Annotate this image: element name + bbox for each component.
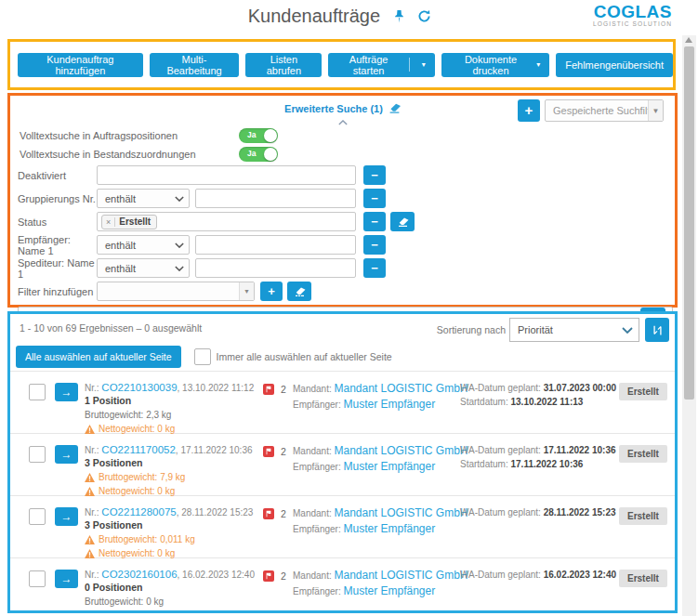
status-badge: Erstellt: [619, 383, 667, 400]
remove-filter-button[interactable]: −: [363, 189, 386, 208]
order-row: → Nr.: CO2211280075, 28.11.2022 15:23 3 …: [10, 496, 675, 558]
priority-icon: [263, 384, 274, 395]
warning-icon: [85, 425, 95, 434]
add-filter-select[interactable]: ▼: [97, 282, 255, 301]
empfaenger-label: Empfänger:: [293, 462, 341, 472]
print-documents-button[interactable]: Dokumente drucken▾: [441, 53, 549, 77]
gruppierung-input[interactable]: [195, 189, 356, 208]
order-number-link[interactable]: CO2211280075: [101, 506, 176, 518]
startdatum-label: Startdatum:: [460, 459, 508, 469]
logo-text: COGLAS: [593, 3, 672, 20]
mandant-link[interactable]: Mandant LOGISTIC GmbH: [334, 506, 468, 519]
row-checkbox[interactable]: [29, 446, 46, 463]
positions-count: 0 Positionen: [85, 582, 261, 593]
remove-filter-button[interactable]: −: [363, 212, 386, 231]
vertical-scrollbar[interactable]: [682, 35, 696, 616]
start-orders-button[interactable]: Aufträge starten▾: [328, 53, 434, 77]
add-filter-button[interactable]: +: [260, 282, 283, 301]
nr-label: Nr.:: [85, 383, 99, 393]
always-select-all-checkbox[interactable]: [194, 348, 211, 365]
open-order-button[interactable]: →: [55, 570, 78, 588]
warning-icon: [85, 549, 95, 558]
nr-label: Nr.:: [85, 445, 99, 455]
order-row: → Nr.: CO2302160106, 16.02.2023 12:40 0 …: [10, 558, 675, 613]
positions-count: 1 Position: [85, 395, 261, 406]
pin-icon[interactable]: [393, 7, 405, 28]
button-divider: [409, 58, 410, 72]
add-saved-filter-button[interactable]: +: [518, 99, 540, 122]
mandant-label: Mandant:: [293, 446, 332, 456]
gross-weight: Bruttogewicht: 7,9 kg: [85, 472, 261, 482]
eraser-icon: [397, 216, 409, 228]
mandant-link[interactable]: Mandant LOGISTIC GmbH: [334, 382, 468, 395]
wa-datum-label: WA-Datum geplant:: [460, 570, 541, 580]
saved-filters-select[interactable]: Gespeicherte Suchfilter ▼: [545, 99, 664, 122]
order-number-link[interactable]: CO2210130039: [101, 382, 177, 393]
priority-icon: [263, 570, 274, 582]
mandant-link[interactable]: Mandant LOGISTIC GmbH: [334, 569, 468, 582]
status-badge: Erstellt: [619, 445, 667, 463]
fetch-lists-button[interactable]: Listen abrufen: [245, 53, 322, 77]
sort-direction-button[interactable]: [645, 318, 669, 342]
clear-status-filter-button[interactable]: [390, 212, 415, 231]
gross-weight: Bruttogewicht: 0 kg: [85, 596, 261, 607]
operator-select[interactable]: enthält: [97, 235, 190, 255]
page-title: Kundenaufträge: [248, 6, 380, 26]
clear-all-filters-button[interactable]: [287, 282, 311, 301]
empfaenger-link[interactable]: Muster Empfänger: [343, 398, 435, 411]
fulltext-positions-toggle[interactable]: Ja: [239, 128, 278, 143]
filter-status-label: Status: [18, 216, 97, 228]
status-badge: Erstellt: [619, 507, 667, 525]
chevron-down-icon: [175, 242, 184, 248]
filter-gruppierung-label: Gruppierungs Nr.: [18, 193, 97, 204]
order-number-link[interactable]: CO2211170052: [101, 444, 176, 455]
sort-select[interactable]: Priorität: [509, 318, 639, 342]
multi-edit-button[interactable]: Multi-Bearbeitung: [150, 53, 240, 77]
fulltext-stock-toggle[interactable]: Ja: [239, 147, 278, 162]
net-weight: Nettogewicht: 0 kg: [85, 424, 261, 434]
deaktiviert-input[interactable]: [97, 165, 356, 185]
operator-select[interactable]: enthält: [97, 258, 190, 278]
scrollbar-thumb[interactable]: [684, 46, 694, 400]
status-chip-field[interactable]: × Erstellt: [97, 212, 356, 231]
shortage-overview-button[interactable]: Fehlmengenübersicht: [556, 53, 673, 77]
row-checkbox[interactable]: [29, 508, 46, 525]
open-order-button[interactable]: →: [55, 445, 78, 464]
advanced-search-panel: Erweiterte Suche (1) + Gespeicherte Such…: [7, 93, 678, 308]
nr-label: Nr.:: [85, 507, 99, 518]
empfaenger-link[interactable]: Muster Empfänger: [343, 522, 435, 535]
toggle-knob: [264, 129, 277, 142]
remove-filter-button[interactable]: −: [363, 258, 386, 278]
positions-count: 3 Positionen: [85, 519, 261, 531]
open-order-button[interactable]: →: [55, 507, 78, 526]
remove-filter-button[interactable]: −: [363, 165, 386, 185]
order-number-link[interactable]: CO2302160106: [101, 569, 177, 580]
wa-datum-label: WA-Datum geplant:: [460, 445, 541, 455]
net-weight: Nettogewicht: 0 kg: [85, 610, 261, 613]
open-order-button[interactable]: →: [55, 383, 78, 401]
results-panel: 1 - 10 von 69 Ergebnissen – 0 ausgewählt…: [7, 311, 678, 613]
chevron-down-icon[interactable]: ▾: [422, 60, 426, 69]
empfaenger-link[interactable]: Muster Empfänger: [343, 460, 435, 473]
add-customer-order-button[interactable]: Kundenauftrag hinzufügen: [18, 53, 143, 77]
scroll-up-arrow-icon[interactable]: [685, 37, 692, 43]
gross-weight: Bruttogewicht: 2,3 kg: [85, 410, 261, 420]
remove-chip-icon[interactable]: ×: [106, 217, 115, 227]
row-checkbox[interactable]: [29, 570, 46, 587]
empfaenger-input[interactable]: [195, 235, 356, 255]
mandant-link[interactable]: Mandant LOGISTIC GmbH: [334, 444, 468, 457]
empfaenger-link[interactable]: Muster Empfänger: [343, 584, 435, 597]
row-checkbox[interactable]: [29, 384, 46, 400]
status-chip: × Erstellt: [101, 215, 157, 229]
select-all-button[interactable]: Alle auswählen auf aktueller Seite: [16, 346, 181, 368]
spediteur-input[interactable]: [195, 258, 356, 278]
fulltext-stock-label: Volltextsuche in Bestandszuordnungen: [20, 149, 239, 160]
empfaenger-label: Empfänger:: [293, 400, 341, 410]
remove-filter-button[interactable]: −: [363, 235, 386, 255]
refresh-icon[interactable]: [417, 7, 431, 28]
toggle-knob: [264, 148, 277, 161]
order-date: , 16.02.2023 12:40: [178, 570, 255, 580]
broom-icon: [294, 286, 306, 297]
gross-weight: Bruttogewicht: 0,011 kg: [85, 534, 261, 544]
operator-select[interactable]: enthält: [97, 189, 190, 208]
